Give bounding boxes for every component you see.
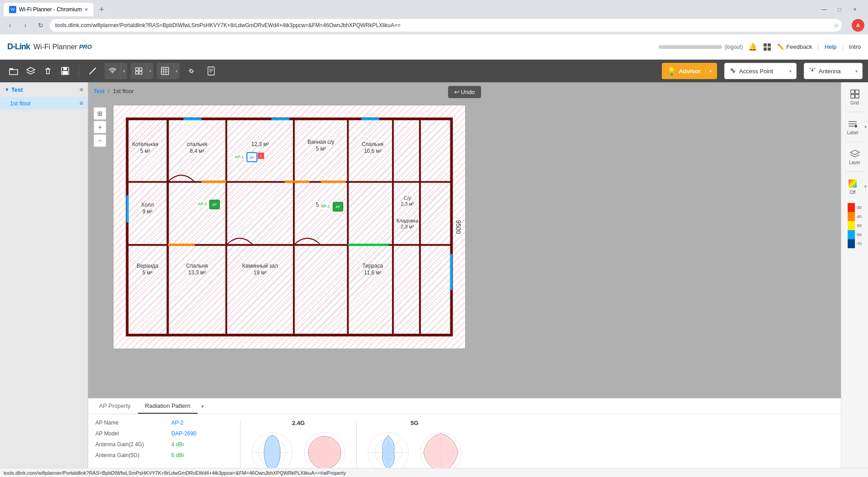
- label-dropdown-arrow[interactable]: ▾: [863, 123, 868, 130]
- svg-rect-82: [202, 180, 226, 183]
- new-tab-button[interactable]: +: [95, 3, 108, 16]
- floor-plan-svg[interactable]: Котельная 5 м² спальня 8,4 м² 12,3 м² Ва…: [113, 105, 466, 349]
- intro-link[interactable]: Intro: [849, 43, 861, 50]
- address-text: tools.dlink.com/wifiplanner/Portaldlink?…: [55, 22, 836, 28]
- heatmap-off-label: Off: [849, 190, 855, 195]
- layer-button[interactable]: Layer: [844, 146, 866, 168]
- svg-rect-85: [348, 244, 389, 246]
- report-button[interactable]: [203, 63, 219, 79]
- tab-close-button[interactable]: ×: [85, 6, 88, 13]
- svg-rect-19: [208, 67, 214, 75]
- antenna-gain-24-label: Antenna Gain(2.4G): [95, 441, 168, 448]
- app-name-pro: PRO: [79, 43, 92, 50]
- svg-rect-77: [184, 118, 202, 120]
- app-name: Wi-Fi Planner: [33, 43, 77, 51]
- advisor-dropdown-arrow[interactable]: ▾: [705, 69, 712, 74]
- material-dropdown-arrow[interactable]: ▾: [173, 63, 179, 79]
- fit-to-screen-button[interactable]: ⊞: [94, 107, 106, 120]
- project-menu-icon[interactable]: ≡: [80, 86, 83, 93]
- forward-button[interactable]: ›: [19, 19, 32, 32]
- svg-text:С/у: С/у: [404, 195, 411, 201]
- signal-coverage-button[interactable]: [183, 63, 199, 79]
- signal-bar-70: [848, 239, 855, 248]
- save-button[interactable]: [57, 63, 73, 79]
- reload-button[interactable]: ↻: [34, 19, 47, 32]
- bottom-panel-expand[interactable]: ▾: [201, 403, 204, 410]
- svg-text:Котельная: Котельная: [132, 141, 158, 147]
- wifi-dropdown-arrow[interactable]: ▾: [121, 63, 127, 79]
- floor-menu-icon[interactable]: ≡: [80, 99, 83, 107]
- ap-name-row: AP Name AP-2: [95, 420, 231, 426]
- heatmap-button[interactable]: Off: [842, 175, 863, 198]
- project-name: Test: [11, 86, 78, 93]
- antenna-dropdown-arrow[interactable]: ▾: [855, 69, 858, 74]
- help-link[interactable]: Help: [825, 43, 837, 50]
- grid-toggle-label: Grid: [850, 100, 859, 105]
- tab-ap-property[interactable]: AP Property: [92, 399, 138, 414]
- ap-model-label: AP Model: [95, 430, 168, 437]
- access-point-selector[interactable]: Access Point ▾: [724, 63, 797, 79]
- project-collapse-arrow[interactable]: ▼: [5, 87, 9, 92]
- antenna-gain-5-label: Antenna Gain(5G): [95, 452, 168, 458]
- right-panel-divider-3: [846, 171, 864, 172]
- minimize-button[interactable]: —: [818, 4, 830, 15]
- svg-rect-3: [768, 47, 771, 51]
- grid-toggle-button[interactable]: Grid: [844, 86, 866, 108]
- sidebar-project[interactable]: ▼ Test ≡: [0, 82, 88, 97]
- svg-rect-111: [855, 90, 859, 94]
- right-panel: Grid Label ▾ Layer: [841, 82, 868, 477]
- svg-text:Холл: Холл: [141, 202, 154, 208]
- notification-icon[interactable]: 🔔: [748, 43, 757, 51]
- layers-button[interactable]: [23, 63, 39, 79]
- profile-button[interactable]: A: [852, 19, 864, 32]
- svg-text:×: ×: [260, 154, 262, 158]
- svg-rect-78: [271, 118, 289, 120]
- wifi-button[interactable]: [104, 63, 121, 79]
- sidebar-floor-1st[interactable]: 1st floor ≡: [0, 97, 88, 109]
- label-toggle-button[interactable]: Label: [842, 116, 863, 138]
- undo-button[interactable]: ↩ Undo: [448, 86, 481, 98]
- antenna-selector[interactable]: Antenna ▾: [804, 63, 863, 79]
- feedback-button[interactable]: ✏️ Feedback: [777, 43, 812, 50]
- grid-tool-dropdown-arrow[interactable]: ▾: [147, 63, 153, 79]
- close-button[interactable]: ×: [849, 4, 861, 15]
- grid-tool-button[interactable]: [131, 63, 147, 79]
- bookmark-icon[interactable]: ☆: [830, 19, 843, 32]
- access-point-dropdown-arrow[interactable]: ▾: [789, 69, 792, 74]
- back-button[interactable]: ‹: [4, 19, 16, 32]
- tab-radiation-pattern[interactable]: Radiation Pattern: [138, 399, 198, 414]
- breadcrumb-project-link[interactable]: Test: [94, 88, 104, 94]
- sidebar: ▼ Test ≡ 1st floor ≡: [0, 82, 88, 477]
- status-bar-text: tools.dlink.com/wifiplanner/Portaldlink?…: [4, 470, 346, 476]
- bottom-tabs: AP Property Radiation Pattern ▾: [88, 399, 841, 414]
- svg-text:AP-1: AP-1: [321, 204, 330, 208]
- floor-name-1st: 1st floor: [10, 100, 78, 107]
- address-bar[interactable]: tools.dlink.com/wifiplanner/Portaldlink?…: [50, 19, 842, 32]
- svg-rect-2: [764, 47, 767, 51]
- floor-plan-container[interactable]: Котельная 5 м² спальня 8,4 м² 12,3 м² Ва…: [88, 100, 841, 398]
- heatmap-icon: [847, 178, 858, 189]
- draw-wall-button[interactable]: [85, 63, 101, 79]
- delete-button[interactable]: [40, 63, 56, 79]
- browser-tab[interactable]: W Wi-Fi Planner - Chromium ×: [4, 3, 94, 16]
- svg-text:спальня: спальня: [187, 141, 207, 147]
- signal-legend: -30 -40 -50 -60 -70: [848, 203, 862, 248]
- antenna-label: Antenna: [819, 68, 853, 75]
- zoom-out-button[interactable]: −: [94, 134, 106, 147]
- svg-text:Спальня: Спальня: [362, 141, 383, 147]
- svg-text:10,6 м²: 10,6 м²: [364, 148, 382, 154]
- heatmap-dropdown-arrow[interactable]: ▾: [863, 183, 868, 190]
- logout-link[interactable]: (logout): [725, 44, 743, 50]
- advisor-button[interactable]: 💡 Advisor ▾: [662, 63, 717, 79]
- open-file-button[interactable]: [5, 63, 22, 79]
- zoom-in-button[interactable]: +: [94, 121, 106, 133]
- maximize-button[interactable]: □: [834, 4, 845, 15]
- svg-text:19 м²: 19 м²: [254, 269, 267, 276]
- pattern-24g-title: 2.4G: [292, 420, 305, 426]
- svg-text:AP-1: AP-1: [235, 155, 244, 159]
- map-controls: ⊞ + −: [94, 107, 106, 147]
- svg-rect-113: [855, 94, 859, 98]
- material-button[interactable]: [157, 63, 173, 79]
- grid-view-button[interactable]: [763, 43, 772, 52]
- canvas-area[interactable]: Test / 1st floor ↩ Undo ⊞ + −: [88, 82, 841, 398]
